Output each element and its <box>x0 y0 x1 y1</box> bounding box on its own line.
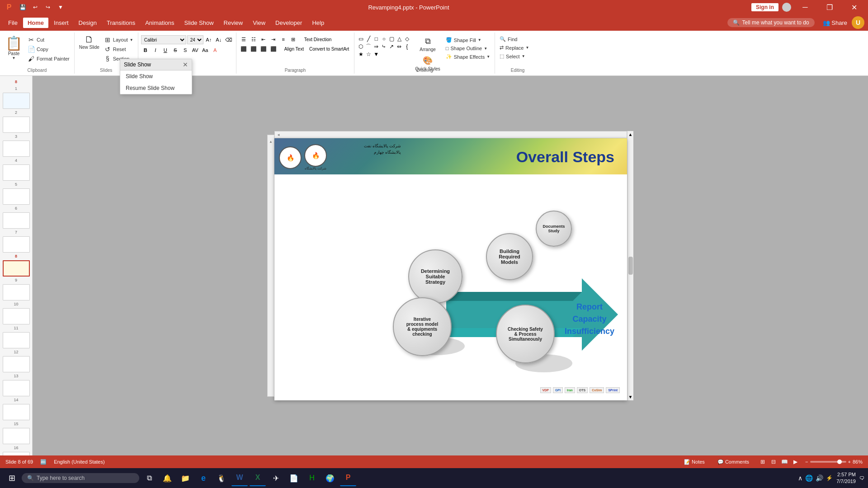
shape10[interactable]: ⤷ <box>380 43 387 50</box>
font-name-select[interactable]: Calibri <box>141 35 186 44</box>
font-size-select[interactable]: 24 <box>187 35 203 44</box>
shadow-button[interactable]: S <box>181 46 190 55</box>
menu-file[interactable]: File <box>4 18 22 28</box>
minimize-button[interactable]: ─ <box>795 0 816 14</box>
numbering-button[interactable]: ☷ <box>249 35 258 43</box>
slideshow-view-button[interactable]: ▶ <box>791 457 800 466</box>
zoom-in-button[interactable]: + <box>848 459 851 465</box>
more-shapes-btn[interactable]: ▼ <box>373 51 380 58</box>
chrome-app[interactable]: 🌍 <box>322 470 338 486</box>
replace-button[interactable]: ⇄ Replace ▼ <box>498 44 538 52</box>
powerpoint-app[interactable]: P <box>340 470 356 486</box>
italic-button[interactable]: I <box>151 46 160 55</box>
slide-thumb-13[interactable] <box>3 380 30 396</box>
start-button[interactable]: ⊞ <box>4 470 20 486</box>
rect-shape[interactable]: ▭ <box>357 35 364 42</box>
zoom-out-button[interactable]: − <box>805 459 808 465</box>
battery-icon[interactable]: ⚡ <box>826 475 833 481</box>
clear-format-button[interactable]: ⌫ <box>224 35 233 44</box>
comments-button[interactable]: 💬 Comments <box>714 459 753 465</box>
circle-iterative[interactable]: Iterativeprocess model& equipmentschecki… <box>393 297 452 356</box>
layout-button[interactable]: ⊞ Layout ▼ <box>102 35 135 44</box>
pdf-app[interactable]: 📄 <box>286 470 302 486</box>
user-avatar[interactable]: U <box>852 16 864 29</box>
columns-button[interactable]: ⊞ <box>289 35 298 43</box>
shape13[interactable]: { <box>403 43 410 50</box>
slide-thumb-7[interactable] <box>3 236 30 253</box>
shape15[interactable]: ☆ <box>365 51 372 58</box>
menu-transitions[interactable]: Transitions <box>102 18 140 28</box>
shape9[interactable]: ⇒ <box>373 43 380 50</box>
align-text-button[interactable]: Align Text <box>282 45 306 53</box>
slide-thumb-10[interactable] <box>3 308 30 324</box>
menu-design[interactable]: Design <box>74 18 101 28</box>
increase-indent-button[interactable]: ⇥ <box>269 35 278 43</box>
menu-developer[interactable]: Developer <box>271 18 307 28</box>
menu-review[interactable]: Review <box>219 18 248 28</box>
slide-thumb-1[interactable] <box>3 93 30 109</box>
slide-thumb-12[interactable] <box>3 356 30 372</box>
edge-app[interactable]: e <box>195 470 212 486</box>
menu-help[interactable]: Help <box>307 18 329 28</box>
slide-thumb-15[interactable] <box>3 428 30 444</box>
shape5[interactable]: △ <box>396 35 403 42</box>
slide-thumb-6[interactable] <box>3 212 30 229</box>
font-color-button[interactable]: A <box>211 46 220 55</box>
report-capacity-text[interactable]: ReportCapacityInsufficiency <box>565 301 614 338</box>
scroll-thumb[interactable] <box>628 257 633 275</box>
undo-button[interactable]: ↩ <box>30 2 41 13</box>
shrink-font-button[interactable]: A↓ <box>214 35 223 44</box>
bold-button[interactable]: B <box>141 46 150 55</box>
slide-sorter-button[interactable]: ⊟ <box>769 457 778 466</box>
redo-button[interactable]: ↪ <box>42 2 53 13</box>
cut-button[interactable]: ✂ Cut <box>26 35 71 44</box>
slide-edit-area[interactable]: ▲ ◄ 🔥 <box>33 76 868 455</box>
volume-icon[interactable]: 🔊 <box>816 474 823 482</box>
signin-button[interactable]: Sign in <box>751 3 778 11</box>
language-indicator[interactable]: English (United States) <box>54 459 105 465</box>
align-center-button[interactable]: ⬛ <box>249 45 258 53</box>
shape12[interactable]: ⇔ <box>396 43 403 50</box>
save-button[interactable]: 💾 <box>17 2 28 13</box>
notifications-btn[interactable]: 🗨 <box>859 475 864 481</box>
taskbar-search[interactable]: 🔍 Type here to search <box>22 473 139 483</box>
notes-button[interactable]: 📝 Notes <box>680 459 708 465</box>
menu-insert[interactable]: Insert <box>49 18 73 28</box>
word-app[interactable]: W <box>231 470 248 486</box>
slide-canvas[interactable]: 🔥 🔥 شرکت پالایشگاه شرکت پالایشگاه نفتپال… <box>274 138 627 400</box>
slide-title[interactable]: Overall Steps <box>516 148 614 166</box>
slide-thumb-4[interactable] <box>3 164 30 181</box>
slide-thumb-14[interactable] <box>3 404 30 420</box>
shape6[interactable]: ◇ <box>403 35 410 42</box>
network-icon[interactable]: 🌐 <box>805 474 813 482</box>
line-shape[interactable]: ╱ <box>365 35 372 42</box>
circle-checking-safety[interactable]: Checking Safety& ProcessSimultaneously <box>496 305 555 363</box>
change-case-button[interactable]: Aa <box>201 46 210 55</box>
bullets-button[interactable]: ☰ <box>239 35 248 43</box>
decrease-indent-button[interactable]: ⇤ <box>259 35 268 43</box>
dropdown-close-button[interactable]: ✕ <box>183 61 188 68</box>
rounded-rect-shape[interactable]: ▢ <box>388 35 395 42</box>
normal-view-button[interactable]: ⊞ <box>758 457 767 466</box>
clock[interactable]: 2:57 PM 7/7/2019 <box>836 471 856 485</box>
shape-fill-button[interactable]: 🪣 Shape Fill ▼ <box>444 36 492 44</box>
shape-effects-button[interactable]: ✨ Shape Effects ▼ <box>444 53 492 61</box>
app-green[interactable]: H <box>304 470 320 486</box>
zoom-level[interactable]: 86% <box>853 459 863 465</box>
telegram-app[interactable]: ✈ <box>268 470 284 486</box>
spell-check-icon[interactable]: 🔤 <box>40 459 47 465</box>
text-direction-button[interactable]: Text Direction <box>302 35 334 43</box>
circle-documents-study[interactable]: DocumentsStudy <box>536 211 572 247</box>
slide-thumb-3[interactable] <box>3 141 30 157</box>
dropdown-item-resume[interactable]: Resume Slide Show <box>120 82 192 94</box>
excel-app[interactable]: X <box>250 470 266 486</box>
format-painter-button[interactable]: 🖌 Format Painter <box>26 54 71 63</box>
menu-animations[interactable]: Animations <box>141 18 179 28</box>
zoom-slider[interactable] <box>810 461 846 463</box>
shape7[interactable]: ⬡ <box>357 43 364 50</box>
new-slide-button[interactable]: 🗋 New Slide <box>77 33 101 51</box>
close-button[interactable]: ✕ <box>844 0 864 14</box>
align-left-button[interactable]: ⬛ <box>239 45 248 53</box>
shape-outline-button[interactable]: □ Shape Outline ▼ <box>444 45 492 52</box>
tray-expand-btn[interactable]: ∧ <box>798 474 802 482</box>
